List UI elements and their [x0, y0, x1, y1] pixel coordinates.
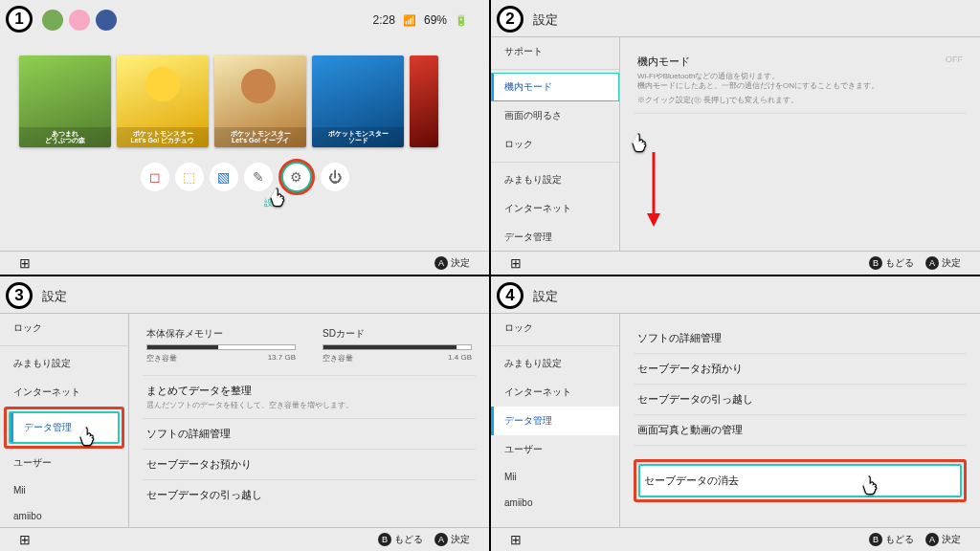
settings-main: ソフトの詳細管理 セーブデータお預かり セーブデータの引っ越し 画面写真と動画の… — [620, 314, 980, 527]
game-tiles: あつまれどうぶつの森 ポケットモンスターLet's Go! ピカチュウ ポケット… — [0, 34, 489, 157]
sidebar-item-data[interactable]: データ管理 — [11, 413, 118, 442]
game-tile[interactable]: ポケットモンスターソード — [312, 55, 404, 147]
sidebar-item[interactable]: ユーザー — [0, 449, 128, 477]
row-software-detail[interactable]: ソフトの詳細管理 — [143, 419, 476, 450]
pointer-hand-icon — [628, 129, 653, 154]
controller-icon — [510, 532, 522, 547]
row-software-detail[interactable]: ソフトの詳細管理 — [634, 323, 967, 354]
settings-footer: Bもどる A決定 — [491, 527, 980, 551]
controller-icon — [19, 532, 31, 547]
game-tile[interactable] — [410, 55, 438, 147]
gear-icon: ⚙ — [290, 169, 302, 185]
power-icon[interactable]: ⏻ — [321, 163, 349, 191]
row-save-deposit[interactable]: セーブデータお預かり — [634, 354, 967, 385]
sidebar-item[interactable]: Mii — [0, 477, 128, 503]
panel-delete-save: 4 設定 ロック みまもり設定 インターネット データ管理 ユーザー Mii a… — [491, 276, 980, 551]
settings-button[interactable]: ⚙ — [278, 159, 315, 195]
row-screenshots[interactable]: 画面写真と動画の管理 — [634, 415, 967, 446]
row-delete-save-data[interactable]: セーブデータの消去 — [640, 466, 960, 496]
controller-icon — [510, 255, 522, 271]
row-save-move[interactable]: セーブデータの引っ越し — [634, 385, 967, 415]
settings-footer: Bもどる A決定 — [491, 251, 980, 275]
storage-internal: 本体保存メモリー 空き容量13.7 GB — [146, 327, 296, 364]
game-tile[interactable]: あつまれどうぶつの森 — [19, 55, 111, 147]
step-number: 2 — [497, 6, 523, 33]
sidebar-item[interactable]: インターネット — [491, 378, 619, 407]
sidebar-item[interactable]: みまもり設定 — [491, 349, 619, 378]
row-bulk-clean[interactable]: まとめてデータを整理 選んだソフトのデータを軽くして、空き容量を増やします。 — [143, 376, 476, 419]
sidebar-item[interactable]: ロック — [491, 314, 619, 342]
settings-sidebar: ロック みまもり設定 インターネット データ管理 ユーザー Mii amiibo — [491, 314, 620, 527]
battery-percent: 69% — [424, 13, 447, 27]
panel-settings-top: 2 設定 サポート 機内モード 画面の明るさ ロック みまもり設定 インターネッ… — [491, 0, 980, 275]
row-save-move[interactable]: セーブデータの引っ越し — [143, 480, 476, 510]
panel-home: 1 2:28 69% あつまれどうぶつの森 ポケットモンスターLet's Go!… — [0, 0, 489, 275]
toggle-off[interactable]: OFF — [946, 55, 963, 64]
storage-sd: SDカード 空き容量1.4 GB — [323, 327, 472, 364]
footer-hint: A決定 — [434, 533, 470, 546]
wifi-icon — [403, 13, 416, 27]
sidebar-item[interactable]: Mii — [491, 464, 619, 490]
sidebar-item[interactable]: みまもり設定 — [0, 349, 128, 378]
album-icon[interactable]: ▧ — [210, 163, 238, 191]
arrow-down-icon — [647, 152, 660, 229]
eshop-icon[interactable]: ⬚ — [175, 163, 204, 191]
footer-hint: A決定 — [434, 256, 470, 270]
sidebar-item[interactable]: インターネット — [0, 378, 128, 407]
settings-main: OFF 機内モード Wi-FiやBluetoothなどの通信を切ります。 機内モ… — [620, 37, 980, 251]
page-title: 設定 — [491, 0, 980, 37]
row-title: 機内モード — [637, 55, 963, 69]
sidebar-item[interactable]: ロック — [491, 130, 619, 159]
page-title: 設定 — [0, 276, 489, 314]
page-title: 設定 — [491, 276, 980, 314]
settings-main: 本体保存メモリー 空き容量13.7 GB SDカード 空き容量1.4 GB まと… — [129, 314, 489, 527]
sidebar-item[interactable]: インターネット — [491, 194, 619, 223]
sidebar-item[interactable]: 画面の明るさ — [491, 101, 619, 130]
footer-hint: A決定 — [925, 256, 961, 270]
sidebar-item[interactable]: ユーザー — [491, 435, 619, 464]
home-footer: A決定 — [0, 251, 489, 275]
battery-icon — [455, 13, 468, 27]
controllers-icon[interactable]: ✎ — [244, 163, 273, 191]
game-tile[interactable]: ポケットモンスターLet's Go! ピカチュウ — [117, 55, 209, 147]
sidebar-item[interactable]: データ管理 — [491, 223, 619, 251]
footer-hint: Bもどる — [869, 256, 914, 270]
sidebar-item-data[interactable]: データ管理 — [491, 407, 619, 435]
step-number: 3 — [6, 282, 33, 309]
sidebar-item-airplane[interactable]: 機内モード — [491, 73, 619, 101]
footer-hint: A決定 — [925, 533, 961, 546]
sidebar-item[interactable]: サポート — [491, 37, 619, 66]
settings-footer: Bもどる A決定 — [0, 527, 489, 551]
svg-marker-1 — [647, 213, 660, 227]
avatar[interactable] — [42, 10, 63, 31]
footer-hint: Bもどる — [378, 533, 423, 546]
panel-data-management: 3 設定 ロック みまもり設定 インターネット データ管理 ユーザー Mii a — [0, 276, 489, 551]
step-number: 4 — [497, 282, 523, 309]
row-desc: Wi-FiやBluetoothなどの通信を切ります。 機内モードにしたあと、一部… — [637, 72, 963, 105]
controller-icon — [19, 255, 31, 271]
avatar[interactable] — [96, 10, 117, 31]
sidebar-item[interactable]: みまもり設定 — [491, 165, 619, 194]
settings-sidebar: ロック みまもり設定 インターネット データ管理 ユーザー Mii amiibo — [0, 314, 129, 527]
row-save-deposit[interactable]: セーブデータお預かり — [143, 450, 476, 480]
sidebar-item[interactable]: amiibo — [0, 503, 128, 527]
home-status-bar: 2:28 69% — [0, 0, 489, 34]
sidebar-item[interactable]: amiibo — [491, 490, 619, 516]
avatar[interactable] — [69, 10, 90, 31]
game-tile[interactable]: ポケットモンスターLet's Go! イーブイ — [214, 55, 306, 147]
footer-hint: Bもどる — [869, 533, 914, 546]
home-dock: ◻ ⬚ ▧ ✎ ⚙ ⏻ 設定 — [0, 163, 489, 195]
settings-sidebar: サポート 機内モード 画面の明るさ ロック みまもり設定 インターネット データ… — [491, 37, 620, 251]
sidebar-item[interactable]: ロック — [0, 314, 128, 342]
clock: 2:28 — [373, 13, 395, 27]
news-icon[interactable]: ◻ — [141, 163, 169, 191]
settings-label: 設定 — [264, 197, 281, 209]
step-number: 1 — [6, 6, 33, 33]
